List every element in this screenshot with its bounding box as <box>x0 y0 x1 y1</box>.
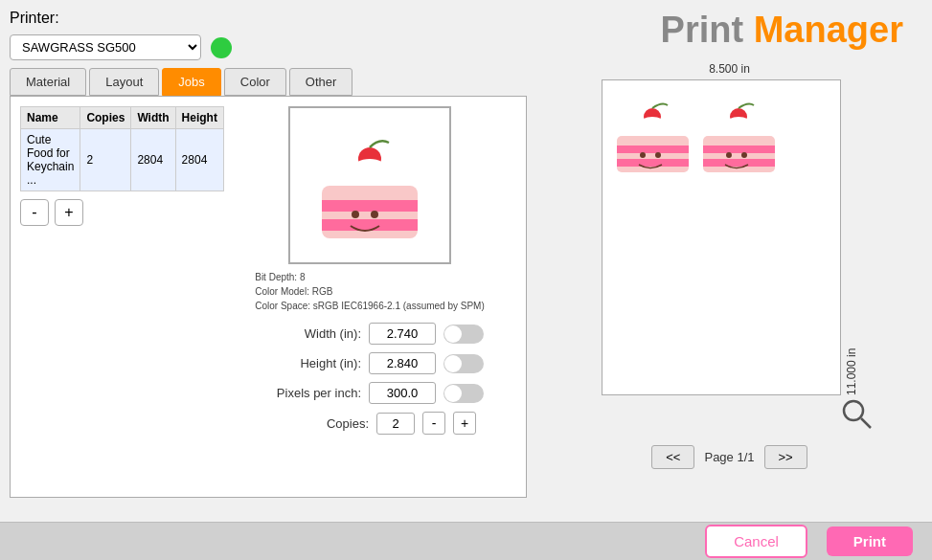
printer-label: Printer: <box>10 10 59 27</box>
preview-image <box>303 119 437 253</box>
next-page-button[interactable]: >> <box>764 445 807 469</box>
jobs-table-section: Name Copies Width Height Cute Food for K… <box>20 106 212 487</box>
svg-point-20 <box>741 152 747 158</box>
page-height-label: 11.000 in <box>845 79 858 395</box>
width-input[interactable] <box>369 323 436 345</box>
svg-rect-8 <box>617 136 689 172</box>
height-toggle[interactable] <box>443 354 484 373</box>
copies-plus-button[interactable]: + <box>453 412 476 435</box>
ppi-label: Pixels per inch: <box>256 386 361 400</box>
row-name: Cute Food for Keychain ... <box>21 129 80 191</box>
image-info: Bit Depth: 8 Color Model: RGB Color Spac… <box>255 270 485 313</box>
remove-job-button[interactable]: - <box>20 199 49 226</box>
svg-line-25 <box>861 418 871 428</box>
page-content <box>612 100 780 176</box>
jobs-table: Name Copies Width Height Cute Food for K… <box>20 106 224 191</box>
width-label: Width (in): <box>256 326 361 341</box>
table-row[interactable]: Cute Food for Keychain ... 2 2804 2804 <box>21 129 224 191</box>
svg-rect-10 <box>617 159 689 167</box>
zoom-icon[interactable] <box>838 395 875 436</box>
svg-point-3 <box>352 211 359 218</box>
svg-rect-18 <box>703 159 775 167</box>
tab-jobs[interactable]: Jobs <box>162 68 220 96</box>
svg-rect-17 <box>703 146 775 153</box>
row-copies: 2 <box>80 129 131 191</box>
page-box <box>602 79 841 395</box>
preview-section: Bit Depth: 8 Color Model: RGB Color Spac… <box>223 106 516 487</box>
prev-page-button[interactable]: << <box>651 445 694 469</box>
svg-point-7 <box>352 159 387 178</box>
svg-rect-2 <box>322 219 418 231</box>
row-width: 2804 <box>131 129 175 191</box>
copies-input[interactable] <box>376 413 415 435</box>
title-print: Print <box>661 10 744 50</box>
jobs-panel: Name Copies Width Height Cute Food for K… <box>10 96 527 498</box>
app-title: Print Manager <box>661 10 903 51</box>
tabs-row: Material Layout Jobs Color Other <box>10 68 527 96</box>
svg-point-15 <box>640 117 665 130</box>
mini-cake-2 <box>698 100 780 176</box>
tab-layout[interactable]: Layout <box>89 68 159 96</box>
col-header-height: Height <box>175 107 223 129</box>
copies-minus-button[interactable]: - <box>422 412 445 435</box>
print-button[interactable]: Print <box>827 526 913 556</box>
title-manager: Manager <box>754 10 903 50</box>
svg-point-24 <box>844 401 863 420</box>
tab-color[interactable]: Color <box>224 68 286 96</box>
add-job-button[interactable]: + <box>55 199 83 226</box>
ppi-input[interactable] <box>369 382 436 404</box>
svg-rect-1 <box>322 200 418 212</box>
preview-image-box <box>288 106 451 264</box>
svg-point-11 <box>640 152 646 158</box>
width-toggle[interactable] <box>443 325 484 344</box>
svg-rect-16 <box>703 136 775 172</box>
height-input[interactable] <box>369 352 436 374</box>
printer-status-dot <box>211 37 232 58</box>
col-header-copies: Copies <box>80 107 131 129</box>
svg-point-4 <box>371 211 378 218</box>
row-height: 2804 <box>175 129 223 191</box>
svg-point-23 <box>726 117 751 130</box>
svg-point-19 <box>726 152 732 158</box>
ppi-toggle[interactable] <box>443 384 484 403</box>
zoom-wrapper <box>602 79 841 395</box>
right-panel: Print Manager 8.500 in <box>536 10 922 512</box>
svg-point-12 <box>655 152 661 158</box>
mini-cake-1 <box>612 100 693 176</box>
bottom-bar: Cancel Print <box>0 522 932 560</box>
svg-rect-9 <box>617 146 689 153</box>
page-preview-area: 8.500 in <box>602 62 858 469</box>
cancel-button[interactable]: Cancel <box>705 525 807 558</box>
page-indicator: Page 1/1 <box>704 450 754 464</box>
col-header-name: Name <box>21 107 80 129</box>
tab-other[interactable]: Other <box>289 68 353 96</box>
printer-select[interactable]: SAWGRASS SG500 <box>10 34 201 60</box>
page-width-label: 8.500 in <box>709 62 750 76</box>
tab-material[interactable]: Material <box>10 68 86 96</box>
height-label: Height (in): <box>256 356 361 370</box>
col-header-width: Width <box>131 107 175 129</box>
copies-label: Copies: <box>263 416 369 431</box>
